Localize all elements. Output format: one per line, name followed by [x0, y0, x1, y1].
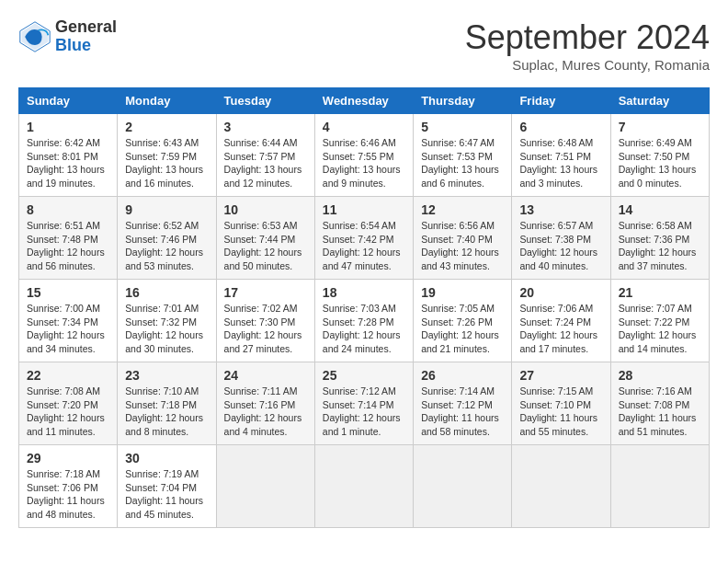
header-row: Sunday Monday Tuesday Wednesday Thursday… — [19, 88, 710, 114]
day-info: Sunrise: 6:52 AMSunset: 7:46 PMDaylight:… — [125, 219, 208, 273]
week-row-1: 1Sunrise: 6:42 AMSunset: 8:01 PMDaylight… — [19, 114, 710, 197]
day-info: Sunrise: 6:56 AMSunset: 7:40 PMDaylight:… — [421, 219, 504, 273]
day-number: 3 — [224, 120, 307, 134]
day-cell: 3Sunrise: 6:44 AMSunset: 7:57 PMDaylight… — [216, 114, 314, 197]
day-number: 25 — [323, 368, 405, 383]
day-cell — [216, 445, 314, 528]
col-thursday: Thursday — [414, 88, 512, 114]
calendar-title: September 2024 — [465, 18, 710, 57]
day-cell — [512, 445, 610, 528]
day-number: 18 — [323, 285, 405, 300]
day-number: 2 — [125, 120, 208, 134]
day-number: 10 — [224, 202, 307, 217]
day-info: Sunrise: 6:49 AMSunset: 7:50 PMDaylight:… — [619, 136, 701, 190]
day-cell: 9Sunrise: 6:52 AMSunset: 7:46 PMDaylight… — [118, 197, 216, 280]
col-friday: Friday — [512, 88, 610, 114]
day-number: 30 — [125, 451, 208, 465]
day-cell: 17Sunrise: 7:02 AMSunset: 7:30 PMDayligh… — [216, 280, 314, 362]
day-cell: 19Sunrise: 7:05 AMSunset: 7:26 PMDayligh… — [414, 280, 512, 362]
logo-text: General Blue — [55, 18, 117, 55]
day-number: 19 — [421, 285, 504, 300]
day-number: 9 — [125, 202, 208, 217]
day-cell: 12Sunrise: 6:56 AMSunset: 7:40 PMDayligh… — [414, 197, 512, 280]
day-number: 1 — [27, 120, 109, 134]
day-info: Sunrise: 7:15 AMSunset: 7:10 PMDaylight:… — [519, 385, 602, 439]
day-info: Sunrise: 7:08 AMSunset: 7:20 PMDaylight:… — [27, 385, 109, 439]
logo-icon — [18, 20, 51, 53]
day-number: 17 — [224, 285, 307, 300]
day-info: Sunrise: 7:14 AMSunset: 7:12 PMDaylight:… — [421, 385, 504, 439]
day-number: 28 — [619, 368, 701, 383]
day-info: Sunrise: 6:43 AMSunset: 7:59 PMDaylight:… — [125, 136, 208, 190]
day-cell: 20Sunrise: 7:06 AMSunset: 7:24 PMDayligh… — [512, 280, 610, 362]
day-info: Sunrise: 7:01 AMSunset: 7:32 PMDaylight:… — [125, 302, 208, 356]
day-cell: 13Sunrise: 6:57 AMSunset: 7:38 PMDayligh… — [512, 197, 610, 280]
day-info: Sunrise: 6:58 AMSunset: 7:36 PMDaylight:… — [619, 219, 701, 273]
day-cell: 21Sunrise: 7:07 AMSunset: 7:22 PMDayligh… — [610, 280, 709, 362]
col-sunday: Sunday — [19, 88, 118, 114]
day-number: 11 — [323, 202, 405, 217]
day-info: Sunrise: 6:51 AMSunset: 7:48 PMDaylight:… — [27, 219, 109, 273]
day-info: Sunrise: 6:46 AMSunset: 7:55 PMDaylight:… — [323, 136, 405, 190]
day-info: Sunrise: 7:06 AMSunset: 7:24 PMDaylight:… — [519, 302, 602, 356]
day-number: 27 — [519, 368, 602, 383]
day-number: 4 — [323, 120, 405, 134]
logo: General Blue — [18, 18, 117, 55]
day-number: 7 — [619, 120, 701, 134]
day-info: Sunrise: 6:42 AMSunset: 8:01 PMDaylight:… — [27, 136, 109, 190]
day-cell: 11Sunrise: 6:54 AMSunset: 7:42 PMDayligh… — [314, 197, 413, 280]
day-cell — [314, 445, 413, 528]
day-number: 20 — [519, 285, 602, 300]
day-cell: 7Sunrise: 6:49 AMSunset: 7:50 PMDaylight… — [610, 114, 709, 197]
day-info: Sunrise: 6:57 AMSunset: 7:38 PMDaylight:… — [519, 219, 602, 273]
day-cell: 2Sunrise: 6:43 AMSunset: 7:59 PMDaylight… — [118, 114, 216, 197]
day-info: Sunrise: 7:02 AMSunset: 7:30 PMDaylight:… — [224, 302, 307, 356]
day-number: 14 — [619, 202, 701, 217]
day-number: 23 — [125, 368, 208, 383]
day-number: 29 — [27, 451, 109, 465]
day-cell: 18Sunrise: 7:03 AMSunset: 7:28 PMDayligh… — [314, 280, 413, 362]
day-number: 6 — [519, 120, 602, 134]
day-number: 16 — [125, 285, 208, 300]
week-row-2: 8Sunrise: 6:51 AMSunset: 7:48 PMDaylight… — [19, 197, 710, 280]
day-cell: 29Sunrise: 7:18 AMSunset: 7:06 PMDayligh… — [19, 445, 118, 528]
day-cell — [414, 445, 512, 528]
day-cell: 30Sunrise: 7:19 AMSunset: 7:04 PMDayligh… — [118, 445, 216, 528]
day-number: 15 — [27, 285, 109, 300]
day-cell: 26Sunrise: 7:14 AMSunset: 7:12 PMDayligh… — [414, 362, 512, 445]
col-wednesday: Wednesday — [314, 88, 413, 114]
day-cell: 6Sunrise: 6:48 AMSunset: 7:51 PMDaylight… — [512, 114, 610, 197]
day-cell: 4Sunrise: 6:46 AMSunset: 7:55 PMDaylight… — [314, 114, 413, 197]
day-cell: 23Sunrise: 7:10 AMSunset: 7:18 PMDayligh… — [118, 362, 216, 445]
day-info: Sunrise: 7:12 AMSunset: 7:14 PMDaylight:… — [323, 385, 405, 439]
day-number: 21 — [619, 285, 701, 300]
col-monday: Monday — [118, 88, 216, 114]
week-row-4: 22Sunrise: 7:08 AMSunset: 7:20 PMDayligh… — [19, 362, 710, 445]
day-number: 5 — [421, 120, 504, 134]
calendar-body: 1Sunrise: 6:42 AMSunset: 8:01 PMDaylight… — [19, 114, 710, 528]
week-row-3: 15Sunrise: 7:00 AMSunset: 7:34 PMDayligh… — [19, 280, 710, 362]
page-header: General Blue September 2024 Suplac, Mure… — [18, 18, 710, 73]
day-cell: 16Sunrise: 7:01 AMSunset: 7:32 PMDayligh… — [118, 280, 216, 362]
calendar-table: Sunday Monday Tuesday Wednesday Thursday… — [18, 87, 710, 528]
day-cell: 27Sunrise: 7:15 AMSunset: 7:10 PMDayligh… — [512, 362, 610, 445]
day-cell: 24Sunrise: 7:11 AMSunset: 7:16 PMDayligh… — [216, 362, 314, 445]
col-tuesday: Tuesday — [216, 88, 314, 114]
day-info: Sunrise: 6:48 AMSunset: 7:51 PMDaylight:… — [519, 136, 602, 190]
day-cell: 15Sunrise: 7:00 AMSunset: 7:34 PMDayligh… — [19, 280, 118, 362]
col-saturday: Saturday — [610, 88, 709, 114]
day-number: 13 — [519, 202, 602, 217]
day-cell: 5Sunrise: 6:47 AMSunset: 7:53 PMDaylight… — [414, 114, 512, 197]
day-info: Sunrise: 7:19 AMSunset: 7:04 PMDaylight:… — [125, 467, 208, 522]
day-info: Sunrise: 7:00 AMSunset: 7:34 PMDaylight:… — [27, 302, 109, 356]
day-cell: 28Sunrise: 7:16 AMSunset: 7:08 PMDayligh… — [610, 362, 709, 445]
day-info: Sunrise: 6:44 AMSunset: 7:57 PMDaylight:… — [224, 136, 307, 190]
day-number: 8 — [27, 202, 109, 217]
day-number: 22 — [27, 368, 109, 383]
day-info: Sunrise: 7:18 AMSunset: 7:06 PMDaylight:… — [27, 467, 109, 522]
day-cell: 22Sunrise: 7:08 AMSunset: 7:20 PMDayligh… — [19, 362, 118, 445]
day-info: Sunrise: 7:16 AMSunset: 7:08 PMDaylight:… — [619, 385, 701, 439]
day-number: 12 — [421, 202, 504, 217]
day-info: Sunrise: 6:47 AMSunset: 7:53 PMDaylight:… — [421, 136, 504, 190]
title-section: September 2024 Suplac, Mures County, Rom… — [465, 18, 710, 73]
